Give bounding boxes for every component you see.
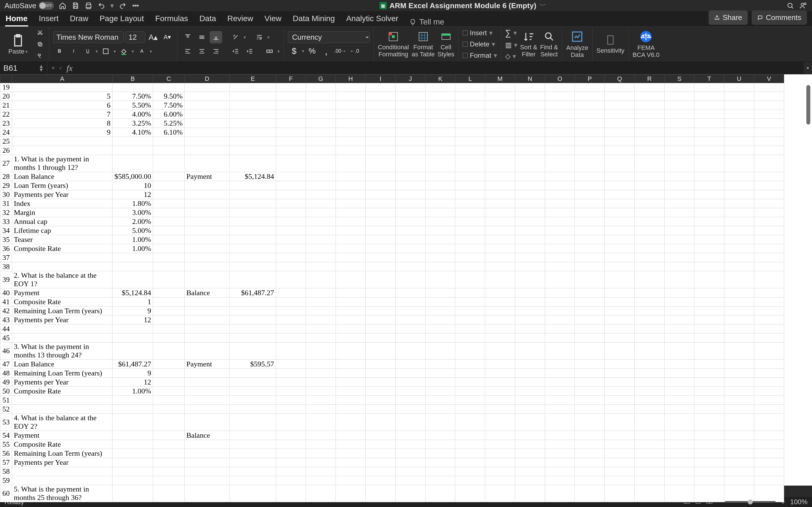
cell[interactable] — [575, 235, 605, 244]
cell[interactable] — [12, 83, 112, 92]
cell[interactable] — [455, 244, 485, 253]
align-bottom-icon[interactable] — [210, 31, 222, 43]
cell[interactable] — [230, 306, 276, 316]
cell[interactable] — [276, 485, 306, 502]
cell[interactable] — [754, 137, 784, 146]
cell[interactable] — [515, 190, 545, 199]
cell[interactable] — [754, 288, 784, 297]
cell[interactable] — [366, 369, 396, 378]
cell[interactable] — [635, 199, 665, 208]
cell[interactable] — [485, 110, 515, 119]
cell[interactable] — [425, 226, 455, 235]
row-header[interactable]: 32 — [0, 208, 12, 217]
cell[interactable] — [153, 405, 185, 414]
cell[interactable] — [605, 110, 635, 119]
font-color-button[interactable]: A — [136, 45, 148, 57]
cell[interactable] — [366, 137, 396, 146]
save-icon[interactable] — [71, 1, 80, 10]
cell[interactable] — [153, 476, 185, 485]
cell[interactable] — [425, 342, 455, 360]
row-header[interactable]: 57 — [0, 458, 12, 467]
autosave-pill[interactable]: OFF — [39, 2, 54, 10]
cell[interactable] — [366, 235, 396, 244]
cell[interactable] — [336, 155, 366, 172]
cell[interactable] — [276, 458, 306, 467]
cell[interactable] — [515, 440, 545, 449]
cell[interactable] — [185, 181, 230, 190]
cell[interactable] — [336, 199, 366, 208]
row-header[interactable]: 25 — [0, 137, 12, 146]
cell[interactable] — [366, 414, 396, 431]
cell[interactable] — [635, 342, 665, 360]
cell[interactable] — [336, 378, 366, 387]
print-icon[interactable] — [84, 1, 93, 10]
cell[interactable] — [485, 253, 515, 262]
comma-format-icon[interactable]: , — [320, 45, 333, 57]
cell[interactable] — [635, 146, 665, 155]
fema-bca-button[interactable]: FEMA BCA V6.0 — [633, 31, 659, 58]
cell[interactable] — [425, 440, 455, 449]
cell[interactable] — [230, 316, 276, 325]
cell[interactable] — [545, 440, 575, 449]
cell[interactable] — [515, 262, 545, 271]
cell[interactable] — [425, 146, 455, 155]
cell[interactable] — [605, 128, 635, 137]
cell[interactable] — [665, 217, 695, 226]
cell[interactable] — [515, 146, 545, 155]
cell[interactable] — [575, 405, 605, 414]
cell[interactable]: 7.50% — [153, 101, 185, 110]
cell[interactable] — [515, 226, 545, 235]
row-header[interactable]: 27 — [0, 155, 12, 172]
cell[interactable] — [425, 334, 455, 342]
cell[interactable] — [605, 244, 635, 253]
cell[interactable] — [425, 92, 455, 101]
cell[interactable] — [153, 449, 185, 458]
cell[interactable] — [396, 431, 425, 440]
cell[interactable] — [605, 253, 635, 262]
cell[interactable] — [485, 440, 515, 449]
cell[interactable] — [635, 387, 665, 396]
cell[interactable] — [575, 485, 605, 502]
more-icon[interactable] — [132, 1, 140, 10]
cell[interactable] — [605, 271, 635, 288]
cell[interactable] — [515, 208, 545, 217]
cell[interactable] — [754, 334, 784, 342]
cell[interactable] — [635, 306, 665, 316]
cell[interactable] — [635, 288, 665, 297]
cell[interactable] — [575, 387, 605, 396]
cell[interactable] — [455, 387, 485, 396]
cell[interactable] — [185, 387, 230, 396]
cell[interactable] — [545, 226, 575, 235]
cell[interactable] — [306, 449, 336, 458]
cell[interactable] — [665, 458, 695, 467]
cell[interactable] — [545, 92, 575, 101]
cell[interactable] — [230, 83, 276, 92]
cell[interactable] — [306, 110, 336, 119]
cell[interactable] — [396, 262, 425, 271]
column-header-G[interactable]: G — [306, 75, 336, 83]
cell[interactable] — [724, 431, 754, 440]
align-top-icon[interactable] — [182, 31, 194, 43]
cell[interactable] — [695, 405, 724, 414]
cell[interactable] — [425, 244, 455, 253]
cell[interactable] — [276, 155, 306, 172]
cell[interactable] — [724, 226, 754, 235]
cell[interactable] — [575, 316, 605, 325]
cell[interactable] — [366, 458, 396, 467]
cell[interactable] — [455, 431, 485, 440]
cell[interactable] — [665, 405, 695, 414]
cell[interactable] — [425, 360, 455, 369]
cell[interactable] — [306, 396, 336, 405]
cell[interactable] — [754, 253, 784, 262]
cell[interactable] — [306, 476, 336, 485]
cell[interactable] — [545, 476, 575, 485]
cell[interactable] — [112, 449, 153, 458]
cell[interactable] — [276, 271, 306, 288]
cell[interactable] — [515, 387, 545, 396]
cell[interactable] — [515, 360, 545, 369]
fx-icon[interactable]: fx — [66, 63, 75, 73]
cell[interactable] — [575, 306, 605, 316]
cell[interactable]: 3.25% — [112, 119, 153, 128]
cell[interactable]: Lifetime cap — [12, 226, 112, 235]
cell[interactable] — [724, 387, 754, 396]
